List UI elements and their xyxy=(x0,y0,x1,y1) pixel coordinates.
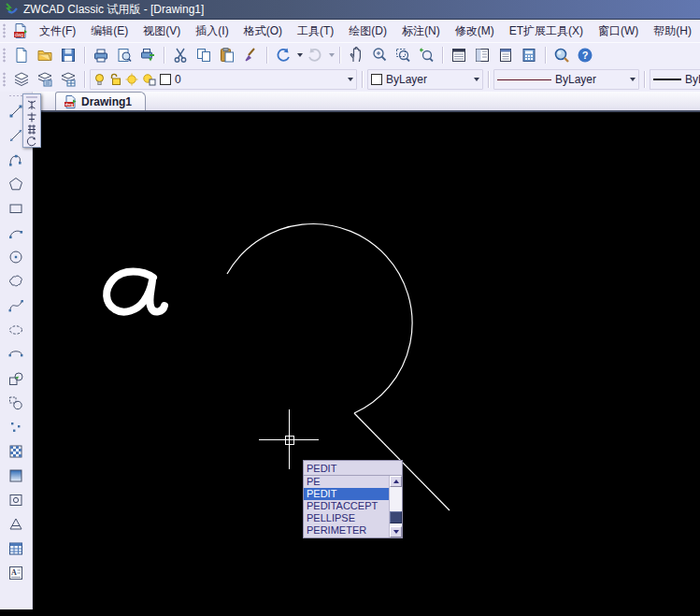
autocomplete-item-pe[interactable]: PE xyxy=(304,476,402,488)
match-properties-button[interactable] xyxy=(239,44,262,66)
dwg-document-icon[interactable]: dwg xyxy=(9,20,32,42)
arc-button[interactable] xyxy=(4,221,28,245)
linetype-combo[interactable]: ByLayer xyxy=(493,69,639,90)
region-button[interactable] xyxy=(4,488,28,512)
scroll-up-button[interactable] xyxy=(390,476,402,487)
redo-button[interactable] xyxy=(304,44,326,66)
layer-properties-button[interactable] xyxy=(10,68,33,91)
menu-express-tools[interactable]: ET扩展工具(X) xyxy=(502,20,591,43)
command-autocomplete-popup: PEDIT PE PEDIT PEDITACCEPT PELLIPSE PERI… xyxy=(303,460,403,538)
snap-tool-3-icon[interactable] xyxy=(25,123,38,135)
menu-edit[interactable]: 编辑(E) xyxy=(83,20,136,43)
title-bar[interactable]: ZWCAD Classic 试用版 - [Drawing1] xyxy=(0,0,700,20)
point-button[interactable] xyxy=(4,415,28,439)
find-button[interactable] xyxy=(550,44,573,66)
down-arrow-icon xyxy=(393,530,399,534)
color-combo-arrow[interactable] xyxy=(474,78,479,81)
toolbar-separator xyxy=(84,47,85,64)
tool-palettes-button[interactable] xyxy=(494,44,517,66)
spline-button[interactable] xyxy=(4,294,28,318)
scroll-down-button[interactable] xyxy=(390,526,402,537)
layer-combo-arrow[interactable] xyxy=(348,78,353,81)
menu-modify[interactable]: 修改(M) xyxy=(448,20,502,43)
command-input-echo[interactable]: PEDIT xyxy=(304,461,402,475)
ellipse-button[interactable] xyxy=(4,318,28,342)
scrollbar-track[interactable] xyxy=(390,487,402,526)
tab-drawing1[interactable]: dwg Drawing1 xyxy=(55,92,146,110)
scrollbar-thumb[interactable] xyxy=(390,511,402,523)
menu-view[interactable]: 视图(V) xyxy=(136,20,188,43)
menubar-grip[interactable] xyxy=(3,23,6,38)
polygon-button[interactable] xyxy=(4,172,28,196)
polyline-button[interactable] xyxy=(4,148,28,172)
layer-translate-button[interactable] xyxy=(57,68,79,91)
undo-button[interactable] xyxy=(272,44,294,66)
plot-button[interactable] xyxy=(90,44,112,66)
menu-draw[interactable]: 绘图(D) xyxy=(341,20,394,43)
menu-format[interactable]: 格式(O) xyxy=(236,20,290,43)
menu-file[interactable]: 文件(F) xyxy=(32,20,83,43)
rectangle-button[interactable] xyxy=(4,196,28,221)
open-button[interactable] xyxy=(34,44,56,66)
toolbar-separator xyxy=(362,71,363,88)
table-button[interactable] xyxy=(4,537,28,561)
toolbar1-grip[interactable] xyxy=(3,48,6,63)
toolbar-separator xyxy=(84,71,85,88)
zoom-previous-button[interactable] xyxy=(415,44,437,66)
snap-tool-4-icon[interactable] xyxy=(25,136,38,147)
autocomplete-item-pedit[interactable]: PEDIT xyxy=(304,488,402,500)
zoom-realtime-button[interactable] xyxy=(368,44,391,66)
drawing-entities xyxy=(33,112,700,616)
menu-window[interactable]: 窗口(W) xyxy=(591,20,646,43)
properties-palette-button[interactable] xyxy=(448,44,470,66)
autocomplete-item-peditaccept[interactable]: PEDITACCEPT xyxy=(304,500,402,512)
drawing-canvas[interactable]: PEDIT PE PEDIT PEDITACCEPT PELLIPSE PERI… xyxy=(33,112,700,616)
paste-button[interactable] xyxy=(216,44,238,66)
print-preview-button[interactable] xyxy=(113,44,136,66)
menu-insert[interactable]: 插入(I) xyxy=(188,20,236,43)
autocomplete-item-perimeter[interactable]: PERIMETER xyxy=(304,524,402,537)
toolbar-separator xyxy=(442,47,443,64)
menu-help[interactable]: 帮助(H) xyxy=(646,20,699,43)
toolbar2-grip[interactable] xyxy=(3,72,6,87)
color-combo[interactable]: ByLayer xyxy=(367,69,483,90)
snap-tool-2-icon[interactable] xyxy=(25,112,38,123)
undo-dropdown-arrow[interactable] xyxy=(297,53,303,57)
quick-calc-button[interactable] xyxy=(518,44,540,66)
toolbar-separator xyxy=(545,47,546,64)
cut-button[interactable] xyxy=(169,44,192,66)
hatch-button[interactable] xyxy=(4,439,28,464)
floating-mini-toolbar[interactable] xyxy=(22,93,41,148)
menu-tools[interactable]: 工具(T) xyxy=(290,20,341,43)
pan-button[interactable] xyxy=(345,44,367,66)
draw-toolbar-grip[interactable] xyxy=(8,94,23,97)
insert-block-button[interactable] xyxy=(4,366,28,391)
lineweight-sample-line xyxy=(653,79,681,80)
save-button[interactable] xyxy=(57,44,79,66)
svg-text:dwg: dwg xyxy=(65,102,74,107)
gradient-button[interactable] xyxy=(4,464,28,488)
mtext-button[interactable]: A xyxy=(4,561,28,585)
layer-color-swatch xyxy=(160,74,171,85)
lineweight-combo[interactable]: ByLayer xyxy=(650,69,700,90)
redo-dropdown-arrow[interactable] xyxy=(329,53,335,57)
ellipse-arc-button[interactable] xyxy=(4,342,28,366)
make-block-button[interactable] xyxy=(4,391,28,415)
layer-combo[interactable]: 0 xyxy=(90,69,357,90)
autocomplete-item-pellipse[interactable]: PELLIPSE xyxy=(304,512,402,524)
snap-tool-1-icon[interactable] xyxy=(25,100,38,111)
layer-states-button[interactable] xyxy=(34,68,56,91)
mini-toolbar-grip[interactable] xyxy=(26,96,37,98)
help-button[interactable]: ? xyxy=(574,44,596,66)
menu-dimension[interactable]: 标注(N) xyxy=(394,20,448,43)
design-center-button[interactable] xyxy=(471,44,493,66)
linetype-combo-arrow[interactable] xyxy=(630,78,636,81)
publish-button[interactable] xyxy=(136,44,159,66)
circle-button[interactable] xyxy=(4,245,28,269)
autocomplete-scrollbar[interactable] xyxy=(389,476,402,537)
wipeout-button[interactable] xyxy=(4,512,28,537)
zoom-window-button[interactable] xyxy=(392,44,414,66)
new-button[interactable] xyxy=(10,44,33,66)
copy-button[interactable] xyxy=(193,44,215,66)
revcloud-button[interactable] xyxy=(4,269,28,294)
